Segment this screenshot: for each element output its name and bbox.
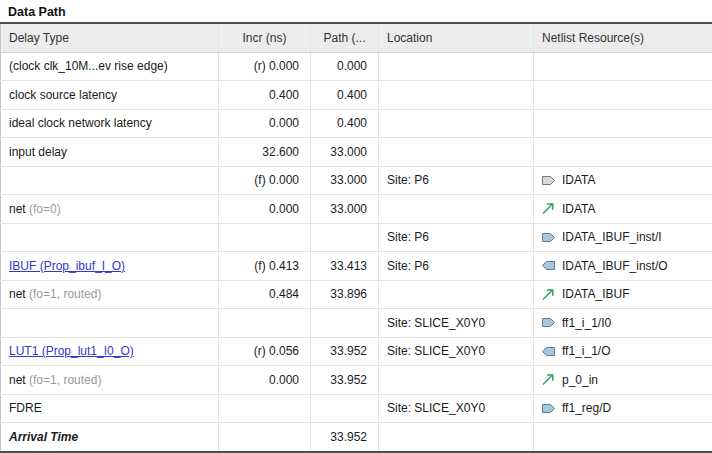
path-cell: 33.000 <box>311 166 379 195</box>
incr-cell: 0.000 <box>219 109 311 138</box>
fanout-note: (fo=1, routed) <box>29 287 101 301</box>
netlist-cell: IDATA_IBUF <box>534 280 712 309</box>
netlist-resource-label: ff1_reg/D <box>562 401 611 415</box>
path-cell: 33.413 <box>311 252 379 281</box>
table-row[interactable]: Arrival Time 33.952 <box>1 423 712 452</box>
fanout-note: (fo=0) <box>29 202 61 216</box>
input-pin-icon <box>541 402 556 415</box>
table-row[interactable]: net (fo=1, routed) 0.484 33.896 IDATA_IB… <box>1 280 712 309</box>
netlist-cell <box>534 138 712 167</box>
table-row[interactable]: IBUF (Prop_ibuf_I_O) (f) 0.413 33.413 Si… <box>1 252 712 281</box>
column-header-delay-type[interactable]: Delay Type <box>1 24 219 52</box>
net-arrow-icon <box>541 373 556 386</box>
table-row[interactable]: net (fo=1, routed) 0.000 33.952 p_0_in <box>1 366 712 395</box>
path-cell: 33.952 <box>311 337 379 366</box>
incr-cell <box>219 394 311 423</box>
path-cell: 0.400 <box>311 109 379 138</box>
path-cell: 33.896 <box>311 280 379 309</box>
delay-type-cell: IBUF (Prop_ibuf_I_O) <box>1 252 219 281</box>
location-cell: Site: P6 <box>379 252 534 281</box>
netlist-resource-label: IDATA_IBUF_inst/I <box>562 230 662 244</box>
path-cell <box>311 394 379 423</box>
path-cell: 33.952 <box>311 366 379 395</box>
netlist-cell: p_0_in <box>534 366 712 395</box>
incr-cell: (r) 0.000 <box>219 52 311 81</box>
table-row[interactable]: (f) 0.000 33.000 Site: P6 IDATA <box>1 166 712 195</box>
cell-primitive-link[interactable]: LUT1 (Prop_lut1_I0_O) <box>9 344 134 358</box>
input-pin-icon <box>541 316 556 329</box>
netlist-cell <box>534 109 712 138</box>
table-row[interactable]: input delay 32.600 33.000 <box>1 138 712 167</box>
location-cell <box>379 423 534 452</box>
table-row[interactable]: ideal clock network latency 0.000 0.400 <box>1 109 712 138</box>
incr-cell <box>219 223 311 252</box>
netlist-cell: IDATA_IBUF_inst/I <box>534 223 712 252</box>
delay-type-cell <box>1 223 219 252</box>
table-row[interactable]: FDRE Site: SLICE_X0Y0 ff1_reg/D <box>1 394 712 423</box>
delay-type-cell: ideal clock network latency <box>1 109 219 138</box>
incr-cell: (f) 0.000 <box>219 166 311 195</box>
location-cell <box>379 195 534 224</box>
input-pin-icon <box>541 231 556 244</box>
incr-cell: 0.484 <box>219 280 311 309</box>
location-cell <box>379 280 534 309</box>
netlist-resource-label: IDATA <box>562 173 596 187</box>
net-arrow-icon <box>541 202 556 215</box>
netlist-cell: ff1_reg/D <box>534 394 712 423</box>
location-cell <box>379 109 534 138</box>
delay-type-label: net <box>9 202 26 216</box>
netlist-cell: ff1_i_1/O <box>534 337 712 366</box>
netlist-resource-label: IDATA_IBUF_inst/O <box>562 259 668 273</box>
column-header-incr-ns[interactable]: Incr (ns) <box>219 24 311 52</box>
table-row[interactable]: Site: SLICE_X0Y0 ff1_i_1/I0 <box>1 309 712 338</box>
table-row[interactable]: (clock clk_10M...ev rise edge) (r) 0.000… <box>1 52 712 81</box>
table-row[interactable]: LUT1 (Prop_lut1_I0_O) (r) 0.056 33.952 S… <box>1 337 712 366</box>
column-header-path[interactable]: Path (... <box>311 24 379 52</box>
netlist-resource-label: IDATA_IBUF <box>562 287 630 301</box>
path-cell: 0.400 <box>311 81 379 110</box>
delay-type-cell: net (fo=0) <box>1 195 219 224</box>
table-row[interactable]: Site: P6 IDATA_IBUF_inst/I <box>1 223 712 252</box>
incr-cell: (f) 0.413 <box>219 252 311 281</box>
header-row: Delay Type Incr (ns) Path (... Location … <box>1 24 712 52</box>
column-header-netlist-resources[interactable]: Netlist Resource(s) <box>534 24 712 52</box>
path-cell: 33.952 <box>311 423 379 452</box>
delay-type-cell: FDRE <box>1 394 219 423</box>
section-title: Data Path <box>0 0 712 22</box>
netlist-cell <box>534 423 712 452</box>
table-row[interactable]: net (fo=0) 0.000 33.000 IDATA <box>1 195 712 224</box>
incr-cell: 0.000 <box>219 366 311 395</box>
location-cell <box>379 366 534 395</box>
location-cell: Site: SLICE_X0Y0 <box>379 309 534 338</box>
netlist-resource-label: ff1_i_1/O <box>562 344 610 358</box>
netlist-cell: ff1_i_1/I0 <box>534 309 712 338</box>
delay-type-label: net <box>9 373 26 387</box>
netlist-cell <box>534 81 712 110</box>
cell-primitive-link[interactable]: IBUF (Prop_ibuf_I_O) <box>9 259 125 273</box>
location-cell: Site: SLICE_X0Y0 <box>379 337 534 366</box>
incr-cell: (r) 0.056 <box>219 337 311 366</box>
delay-type-cell: input delay <box>1 138 219 167</box>
delay-type-cell: net (fo=1, routed) <box>1 366 219 395</box>
incr-cell: 0.000 <box>219 195 311 224</box>
netlist-resource-label: ff1_i_1/I0 <box>562 316 611 330</box>
arrival-time-cell: Arrival Time <box>1 423 219 452</box>
incr-cell <box>219 423 311 452</box>
path-cell: 0.000 <box>311 52 379 81</box>
location-cell <box>379 81 534 110</box>
table-row[interactable]: clock source latency 0.400 0.400 <box>1 81 712 110</box>
netlist-cell: IDATA_IBUF_inst/O <box>534 252 712 281</box>
incr-cell: 32.600 <box>219 138 311 167</box>
location-cell <box>379 52 534 81</box>
location-cell: Site: P6 <box>379 166 534 195</box>
output-pin-icon <box>541 345 556 358</box>
path-cell <box>311 309 379 338</box>
input-port-icon <box>541 174 556 187</box>
path-cell: 33.000 <box>311 195 379 224</box>
netlist-resource-label: p_0_in <box>562 373 598 387</box>
location-cell <box>379 138 534 167</box>
fanout-note: (fo=1, routed) <box>29 373 101 387</box>
netlist-cell <box>534 52 712 81</box>
delay-type-cell <box>1 166 219 195</box>
column-header-location[interactable]: Location <box>379 24 534 52</box>
